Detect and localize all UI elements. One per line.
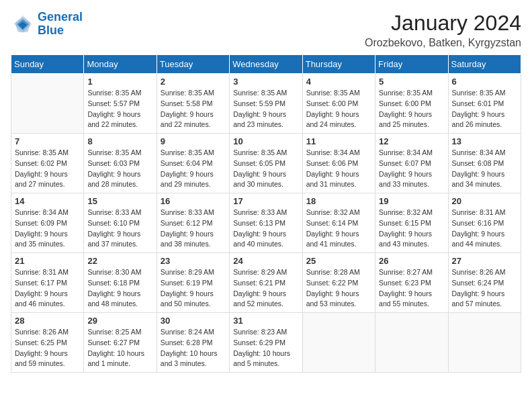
calendar-table: Sunday Monday Tuesday Wednesday Thursday… [11, 54, 521, 373]
day-number: 20 [452, 196, 517, 206]
logo-icon [11, 12, 35, 36]
day-number: 5 [379, 77, 444, 87]
day-number: 4 [306, 77, 371, 87]
day-info: Sunrise: 8:27 AMSunset: 6:23 PMDaylight:… [379, 267, 444, 310]
calendar-cell-w3-d2: 16Sunrise: 8:33 AMSunset: 6:12 PMDayligh… [157, 193, 229, 253]
day-info: Sunrise: 8:33 AMSunset: 6:10 PMDaylight:… [87, 208, 152, 250]
day-info: Sunrise: 8:35 AMSunset: 6:00 PMDaylight:… [306, 88, 371, 130]
day-number: 9 [161, 136, 226, 146]
day-number: 2 [161, 77, 226, 87]
day-info: Sunrise: 8:35 AMSunset: 6:01 PMDaylight:… [452, 88, 517, 130]
calendar-cell-w1-d6: 6Sunrise: 8:35 AMSunset: 6:01 PMDaylight… [448, 74, 521, 134]
calendar-cell-w4-d3: 24Sunrise: 8:29 AMSunset: 6:21 PMDayligh… [230, 253, 302, 313]
calendar-cell-w4-d6: 27Sunrise: 8:26 AMSunset: 6:24 PMDayligh… [448, 253, 521, 313]
day-info: Sunrise: 8:34 AMSunset: 6:07 PMDaylight:… [379, 148, 444, 190]
calendar-cell-w3-d5: 19Sunrise: 8:32 AMSunset: 6:15 PMDayligh… [375, 193, 448, 253]
day-info: Sunrise: 8:35 AMSunset: 5:57 PMDaylight:… [87, 88, 152, 130]
day-number: 13 [452, 136, 517, 146]
day-number: 28 [15, 316, 80, 326]
week-row-1: 1Sunrise: 8:35 AMSunset: 5:57 PMDaylight… [11, 74, 521, 134]
calendar-cell-w5-d1: 29Sunrise: 8:25 AMSunset: 6:27 PMDayligh… [84, 313, 157, 373]
day-number: 22 [87, 256, 152, 266]
calendar-cell-w1-d1: 1Sunrise: 8:35 AMSunset: 5:57 PMDaylight… [84, 74, 157, 134]
day-number: 16 [161, 196, 226, 206]
day-info: Sunrise: 8:35 AMSunset: 6:04 PMDaylight:… [161, 148, 226, 190]
day-info: Sunrise: 8:33 AMSunset: 6:12 PMDaylight:… [161, 208, 226, 250]
day-number: 15 [87, 196, 152, 206]
day-number: 6 [452, 77, 517, 87]
title-area: January 2024 Orozbekovo, Batken, Kyrgyzs… [365, 11, 521, 49]
day-number: 21 [15, 256, 80, 266]
calendar-cell-w2-d4: 11Sunrise: 8:34 AMSunset: 6:06 PMDayligh… [302, 134, 375, 193]
calendar-cell-w5-d4 [302, 313, 375, 373]
day-number: 27 [452, 256, 517, 266]
day-number: 14 [15, 196, 80, 206]
calendar-cell-w5-d2: 30Sunrise: 8:24 AMSunset: 6:28 PMDayligh… [157, 313, 229, 373]
day-info: Sunrise: 8:23 AMSunset: 6:29 PMDaylight:… [233, 327, 298, 369]
day-info: Sunrise: 8:31 AMSunset: 6:17 PMDaylight:… [15, 267, 80, 310]
calendar-cell-w1-d4: 4Sunrise: 8:35 AMSunset: 6:00 PMDaylight… [302, 74, 375, 134]
day-info: Sunrise: 8:25 AMSunset: 6:27 PMDaylight:… [87, 327, 152, 369]
calendar-header-row: Sunday Monday Tuesday Wednesday Thursday… [11, 55, 521, 74]
calendar-cell-w5-d3: 31Sunrise: 8:23 AMSunset: 6:29 PMDayligh… [230, 313, 302, 373]
day-info: Sunrise: 8:35 AMSunset: 6:00 PMDaylight:… [379, 88, 444, 130]
day-info: Sunrise: 8:34 AMSunset: 6:09 PMDaylight:… [15, 208, 80, 250]
header-wednesday: Wednesday [230, 55, 302, 74]
day-number: 23 [161, 256, 226, 266]
calendar-cell-w3-d0: 14Sunrise: 8:34 AMSunset: 6:09 PMDayligh… [11, 193, 84, 253]
day-number: 11 [306, 136, 371, 146]
calendar-cell-w2-d0: 7Sunrise: 8:35 AMSunset: 6:02 PMDaylight… [11, 134, 84, 193]
calendar-cell-w2-d2: 9Sunrise: 8:35 AMSunset: 6:04 PMDaylight… [157, 134, 229, 193]
calendar-cell-w5-d5 [375, 313, 448, 373]
header-thursday: Thursday [302, 55, 375, 74]
logo: General Blue [11, 11, 83, 38]
day-info: Sunrise: 8:29 AMSunset: 6:19 PMDaylight:… [161, 267, 226, 310]
day-number: 26 [379, 256, 444, 266]
day-info: Sunrise: 8:35 AMSunset: 6:02 PMDaylight:… [15, 148, 80, 190]
day-info: Sunrise: 8:30 AMSunset: 6:18 PMDaylight:… [87, 267, 152, 310]
day-number: 25 [306, 256, 371, 266]
day-number: 18 [306, 196, 371, 206]
day-number: 19 [379, 196, 444, 206]
day-info: Sunrise: 8:35 AMSunset: 6:05 PMDaylight:… [233, 148, 298, 190]
header-tuesday: Tuesday [157, 55, 229, 74]
logo-line1: General [38, 10, 83, 24]
week-row-3: 14Sunrise: 8:34 AMSunset: 6:09 PMDayligh… [11, 193, 521, 253]
day-info: Sunrise: 8:35 AMSunset: 5:58 PMDaylight:… [161, 88, 226, 130]
location: Orozbekovo, Batken, Kyrgyzstan [365, 37, 521, 49]
day-number: 7 [15, 136, 80, 146]
calendar-cell-w4-d4: 25Sunrise: 8:28 AMSunset: 6:22 PMDayligh… [302, 253, 375, 313]
day-info: Sunrise: 8:32 AMSunset: 6:14 PMDaylight:… [306, 208, 371, 250]
day-number: 1 [87, 77, 152, 87]
day-info: Sunrise: 8:31 AMSunset: 6:16 PMDaylight:… [452, 208, 517, 250]
header-saturday: Saturday [448, 55, 521, 74]
calendar-cell-w2-d3: 10Sunrise: 8:35 AMSunset: 6:05 PMDayligh… [230, 134, 302, 193]
logo-line2: Blue [38, 24, 64, 37]
calendar-cell-w5-d0: 28Sunrise: 8:26 AMSunset: 6:25 PMDayligh… [11, 313, 84, 373]
day-info: Sunrise: 8:35 AMSunset: 6:03 PMDaylight:… [87, 148, 152, 190]
month-title: January 2024 [365, 11, 521, 36]
day-info: Sunrise: 8:33 AMSunset: 6:13 PMDaylight:… [233, 208, 298, 250]
day-info: Sunrise: 8:34 AMSunset: 6:06 PMDaylight:… [306, 148, 371, 190]
day-number: 12 [379, 136, 444, 146]
day-info: Sunrise: 8:26 AMSunset: 6:24 PMDaylight:… [452, 267, 517, 310]
day-number: 24 [233, 256, 298, 266]
calendar-cell-w1-d5: 5Sunrise: 8:35 AMSunset: 6:00 PMDaylight… [375, 74, 448, 134]
calendar-cell-w4-d0: 21Sunrise: 8:31 AMSunset: 6:17 PMDayligh… [11, 253, 84, 313]
week-row-2: 7Sunrise: 8:35 AMSunset: 6:02 PMDaylight… [11, 134, 521, 193]
calendar-cell-w1-d3: 3Sunrise: 8:35 AMSunset: 5:59 PMDaylight… [230, 74, 302, 134]
calendar-cell-w4-d2: 23Sunrise: 8:29 AMSunset: 6:19 PMDayligh… [157, 253, 229, 313]
day-info: Sunrise: 8:29 AMSunset: 6:21 PMDaylight:… [233, 267, 298, 310]
calendar-cell-w3-d3: 17Sunrise: 8:33 AMSunset: 6:13 PMDayligh… [230, 193, 302, 253]
day-number: 30 [161, 316, 226, 326]
calendar-cell-w2-d5: 12Sunrise: 8:34 AMSunset: 6:07 PMDayligh… [375, 134, 448, 193]
calendar-cell-w1-d2: 2Sunrise: 8:35 AMSunset: 5:58 PMDaylight… [157, 74, 229, 134]
day-info: Sunrise: 8:28 AMSunset: 6:22 PMDaylight:… [306, 267, 371, 310]
logo-text: General Blue [38, 11, 83, 38]
calendar-cell-w3-d4: 18Sunrise: 8:32 AMSunset: 6:14 PMDayligh… [302, 193, 375, 253]
calendar-cell-w2-d6: 13Sunrise: 8:34 AMSunset: 6:08 PMDayligh… [448, 134, 521, 193]
page-header: General Blue January 2024 Orozbekovo, Ba… [11, 11, 521, 49]
day-info: Sunrise: 8:26 AMSunset: 6:25 PMDaylight:… [15, 327, 80, 369]
day-number: 31 [233, 316, 298, 326]
calendar-cell-w3-d6: 20Sunrise: 8:31 AMSunset: 6:16 PMDayligh… [448, 193, 521, 253]
